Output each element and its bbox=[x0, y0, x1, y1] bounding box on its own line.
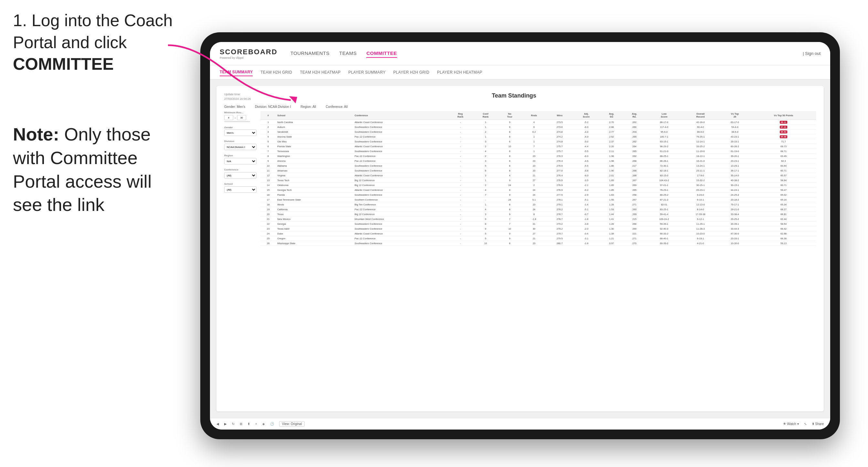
rnds-cell: 23 bbox=[521, 202, 547, 207]
vs-top50-cell: 63.49 bbox=[751, 154, 816, 159]
step-bold: COMMITTEE bbox=[13, 55, 114, 73]
vs-top50-cell: 60.94 bbox=[751, 163, 816, 168]
table-row: 9 Arizona Pac-12 Conference - 3 8 23 276… bbox=[260, 159, 816, 163]
rank-cell: 16 bbox=[260, 192, 276, 197]
min-row-max-input[interactable] bbox=[237, 115, 246, 120]
overall-cell: 9-10-1 bbox=[682, 197, 719, 202]
no-tour-cell: 8 bbox=[498, 168, 521, 173]
toolbar-home-btn[interactable]: ⊞ bbox=[240, 422, 242, 426]
conference-cell: Southeastern Conference bbox=[353, 125, 448, 129]
low-score-cell: 83-15-0 bbox=[646, 173, 683, 178]
toolbar-back-btn[interactable]: ◀ bbox=[216, 422, 219, 426]
note-bold: Note: bbox=[13, 124, 59, 144]
vs-top25-cell: 23-23-1 bbox=[719, 159, 751, 163]
sub-nav-player-h2h-heatmap[interactable]: PLAYER H2H HEATMAP bbox=[437, 69, 482, 76]
school-cell: Arizona State bbox=[276, 134, 353, 139]
vs-top50-cell: 62.3 bbox=[751, 159, 816, 163]
avg-rd-cell: 260 bbox=[623, 207, 646, 212]
toolbar-clock-btn[interactable]: 🕐 bbox=[270, 422, 274, 426]
rank-cell: 1 bbox=[260, 120, 276, 125]
division-label: Division bbox=[224, 140, 256, 143]
conference-cell: Atlantic Coast Conference bbox=[353, 173, 448, 178]
vs-top50-cell: 62.44 bbox=[751, 217, 816, 222]
toolbar-refresh-btn[interactable]: ↻ bbox=[232, 422, 235, 426]
col-conf-rank: ConfRank bbox=[473, 111, 498, 120]
school-cell: Mississippi State bbox=[276, 241, 353, 246]
view-original-btn[interactable]: View: Original bbox=[279, 421, 305, 427]
rank-cell: 15 bbox=[260, 188, 276, 192]
avg-rd-cell: 215 bbox=[623, 217, 646, 222]
avg-sg-cell: 1.28 bbox=[600, 202, 623, 207]
sign-out-btn[interactable]: Sign out bbox=[805, 51, 820, 56]
reg-rank-cell: - bbox=[448, 139, 473, 144]
school-cell: Duke bbox=[276, 231, 353, 236]
conference-cell: Pac-12 Conference bbox=[353, 236, 448, 241]
toolbar-share-icon-btn[interactable]: ⬆ bbox=[247, 422, 250, 426]
toolbar-forward-btn[interactable]: ▶ bbox=[224, 422, 227, 426]
col-rnds: Rnds bbox=[521, 111, 547, 120]
no-tour-cell: 9 bbox=[498, 192, 521, 197]
table-row: 12 Virginia Atlantic Coast Conference - … bbox=[260, 173, 816, 178]
low-score-cell: 97-01-1 bbox=[646, 183, 683, 188]
school-select[interactable]: (All) bbox=[224, 186, 256, 193]
sub-nav-player-summary[interactable]: PLAYER SUMMARY bbox=[348, 69, 385, 76]
rank-cell: 24 bbox=[260, 231, 276, 236]
reg-rank-cell: - bbox=[448, 217, 473, 222]
school-cell: North Carolina bbox=[276, 120, 353, 125]
low-score-cell: 92-40-3 bbox=[646, 226, 683, 231]
min-row-min-input[interactable] bbox=[224, 115, 233, 120]
toolbar-plus-btn[interactable]: + bbox=[255, 422, 257, 426]
vs-top50-cell: 89.11 bbox=[751, 120, 816, 125]
sub-nav-player-h2h-grid[interactable]: PLAYER H2H GRID bbox=[393, 69, 429, 76]
conference-select[interactable]: (All) bbox=[224, 172, 256, 179]
overall-cell: 10-23-0 bbox=[682, 231, 719, 236]
table-header-row: # School Conference RegRank ConfRank NoT… bbox=[260, 111, 816, 120]
gender-select[interactable]: Men's bbox=[224, 129, 256, 136]
avg-rd-cell: 269 bbox=[623, 183, 646, 188]
overall-cell: 9-24-0 bbox=[682, 192, 719, 197]
vs-top25-cell: 47-30-0 bbox=[719, 231, 751, 236]
no-tour-cell: 9 bbox=[498, 212, 521, 217]
overall-cell: 11-28-3 bbox=[682, 226, 719, 231]
toolbar-bookmark-btn[interactable]: ◈ bbox=[262, 422, 265, 426]
standings-table-wrapper: # School Conference RegRank ConfRank NoT… bbox=[260, 111, 816, 398]
adj-score-cell: -5.5 bbox=[572, 149, 600, 154]
watch-dropdown-icon: ▾ bbox=[797, 422, 799, 426]
rank-cell: 11 bbox=[260, 168, 276, 173]
low-score-cell: 86-26-1 bbox=[646, 159, 683, 163]
reg-rank-cell: - bbox=[448, 173, 473, 178]
conference-cell: Southern Conference bbox=[353, 197, 448, 202]
vs-top25-cell: 29-21-0 bbox=[719, 207, 751, 212]
region-select[interactable]: N/A bbox=[224, 158, 256, 164]
adj-score-cell: -5.2 bbox=[572, 120, 600, 125]
vs-top50-cell: 65.34 bbox=[751, 202, 816, 207]
adj-score-cell: -5.1 bbox=[572, 197, 600, 202]
min-row-slider[interactable] bbox=[224, 121, 250, 122]
nav-committee[interactable]: COMMITTEE bbox=[366, 49, 397, 58]
overall-cell: 16-21-0 bbox=[682, 159, 719, 163]
conference-cell: Atlantic Coast Conference bbox=[353, 120, 448, 125]
nav-teams[interactable]: TEAMS bbox=[339, 49, 356, 58]
toolbar-screenshot-btn[interactable]: ⤡ bbox=[804, 422, 807, 426]
adj-score-cell: -6.0 bbox=[572, 125, 600, 129]
division-select[interactable]: NCAA Division I bbox=[224, 144, 256, 150]
vs-top25-cell: 23-33-1 bbox=[719, 236, 751, 241]
reg-rank-cell: - bbox=[448, 241, 473, 246]
reg-rank-cell: - bbox=[448, 192, 473, 197]
avg-sg-cell: 1.53 bbox=[600, 207, 623, 212]
table-row: 13 Texas Tech Big 12 Conference - 1 9 27… bbox=[260, 178, 816, 183]
rnds-cell: 4 bbox=[521, 120, 547, 125]
wins-cell: 278.1 bbox=[547, 197, 572, 202]
adj-score-cell: -6.0 bbox=[572, 173, 600, 178]
share-btn[interactable]: ⬆ Share bbox=[812, 422, 824, 426]
rank-cell: 13 bbox=[260, 178, 276, 183]
reg-rank-cell: - bbox=[448, 226, 473, 231]
low-score-cell: 87-21-2 bbox=[646, 197, 683, 202]
vs-top25-cell: 29-25-2 bbox=[719, 217, 751, 222]
watch-btn[interactable]: 👁 Watch ▾ bbox=[783, 422, 799, 426]
main-nav: TOURNAMENTS TEAMS COMMITTEE bbox=[290, 49, 803, 58]
low-score-cell: 117-4-0 bbox=[646, 125, 683, 129]
avg-rd-cell: 268 bbox=[623, 168, 646, 173]
overall-cell: 23-23-1 bbox=[682, 188, 719, 192]
step-number: 1. bbox=[13, 11, 27, 30]
